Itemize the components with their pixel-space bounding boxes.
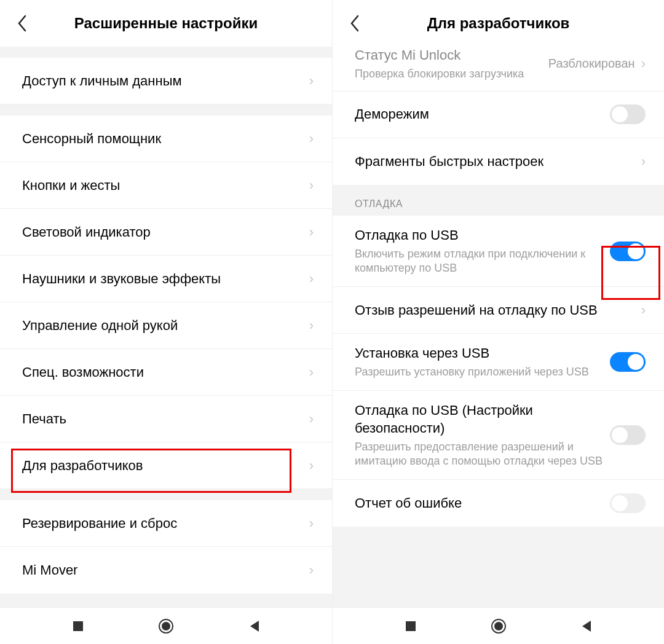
header-right: Для разработчиков [333,0,664,47]
list-item-label: Кнопки и жесты [22,178,120,194]
list-item-title: Отладка по USB (Настройки безопасности) [355,402,603,437]
chevron-right-icon: › [309,224,314,240]
list-item-install-via-usb[interactable]: Установка через USB Разрешить установку … [333,334,664,391]
list-item-title: Установка через USB [355,345,603,363]
chevron-right-icon: › [309,516,314,532]
nav-home-icon[interactable] [489,616,508,636]
list-item-bug-report[interactable]: Отчет об ошибке [333,480,664,527]
nav-recents-icon[interactable] [401,616,421,636]
list-item-demo-mode[interactable]: Деморежим [333,92,664,138]
list-item-revoke-usb-auth[interactable]: Отзыв разрешений на отладку по USB › [333,287,664,334]
chevron-right-icon: › [309,562,314,578]
list-item-title: Фрагменты быстрых настроек [355,153,634,171]
list-item-label: Сенсорный помощник [22,131,161,147]
chevron-right-icon: › [309,73,314,89]
page-title: Расширенные настройки [0,15,332,32]
chevron-right-icon: › [309,318,314,334]
back-button[interactable] [341,10,368,37]
list-item-subtitle: Включить режим отладки при подключении к… [355,247,603,276]
list-item-developer-options[interactable]: Для разработчиков › [0,442,332,489]
nav-home-icon[interactable] [156,616,176,636]
list-item-subtitle: Разрешить предоставление разрешений и им… [355,440,603,469]
section-header-debug: ОТЛАДКА [333,185,664,216]
toggle-usb-debugging[interactable] [610,242,646,261]
svg-rect-0 [73,621,83,631]
list-item-label: Mi Mover [22,562,77,578]
toggle-bug-report[interactable] [610,493,646,513]
list-item-accessibility[interactable]: Спец. возможности › [0,349,332,396]
header-left: Расширенные настройки [0,0,332,47]
list-item-title: Отладка по USB [355,227,603,245]
list-item-usb-debugging-security[interactable]: Отладка по USB (Настройки безопасности) … [333,391,664,480]
list-item-usb-debugging[interactable]: Отладка по USB Включить режим отладки пр… [333,216,664,287]
list-item-label: Наушники и звуковые эффекты [22,271,221,287]
divider [0,104,332,116]
phone-left: Расширенные настройки Доступ к личным да… [0,0,332,644]
back-button[interactable] [9,10,36,37]
list-item-backup-reset[interactable]: Резервирование и сброс › [0,500,332,547]
page-title: Для разработчиков [333,15,664,32]
list-item-title: Статус Mi Unlock [355,47,541,65]
nav-back-icon[interactable] [244,616,264,636]
toggle-usb-debugging-security[interactable] [610,425,646,445]
divider [0,489,332,500]
svg-rect-3 [406,621,416,631]
list-item-value: Разблокирован [548,57,635,71]
list-item-led[interactable]: Световой индикатор › [0,209,332,256]
list-item-label: Спец. возможности [22,364,144,380]
chevron-right-icon: › [309,411,314,427]
list-item-label: Световой индикатор [22,224,151,240]
phone-right: Для разработчиков Статус Mi Unlock Прове… [332,0,664,644]
list-item-buttons-gestures[interactable]: Кнопки и жесты › [0,162,332,209]
chevron-right-icon: › [641,56,646,72]
list-item-qs-fragments[interactable]: Фрагменты быстрых настроек › [333,138,664,185]
list-item-one-hand[interactable]: Управление одной рукой › [0,302,332,349]
list-item-label: Резервирование и сброс [22,516,177,532]
navbar-left [0,607,332,644]
navbar-right [333,607,664,644]
nav-recents-icon[interactable] [68,616,88,636]
svg-point-2 [162,622,170,630]
list-item-mi-mover[interactable]: Mi Mover › [0,547,332,594]
list-item-label: Для разработчиков [22,458,143,474]
list-item-print[interactable]: Печать › [0,396,332,442]
chevron-right-icon: › [309,131,314,147]
list-item-subtitle: Разрешить установку приложений через USB [355,365,603,379]
nav-back-icon[interactable] [576,616,596,636]
list-item-title: Отчет об ошибке [355,495,603,512]
svg-point-5 [494,622,503,630]
list-item-mi-unlock[interactable]: Статус Mi Unlock Проверка блокировки заг… [333,47,664,92]
chevron-right-icon: › [309,271,314,287]
list-item-label: Печать [22,411,66,427]
list-item-title: Деморежим [355,106,603,124]
toggle-demo-mode[interactable] [610,104,646,124]
divider [0,47,332,58]
list-item-subtitle: Проверка блокировки загрузчика [355,67,541,81]
toggle-install-via-usb[interactable] [610,352,646,372]
chevron-right-icon: › [641,154,646,170]
content-right: Статус Mi Unlock Проверка блокировки заг… [333,47,664,607]
content-left: Доступ к личным данным › Сенсорный помощ… [0,47,332,607]
list-item-title: Отзыв разрешений на отладку по USB [355,302,634,320]
chevron-right-icon: › [309,458,314,474]
chevron-right-icon: › [309,364,314,380]
list-item-touch-assistant[interactable]: Сенсорный помощник › [0,116,332,162]
list-item-label: Доступ к личным данным [22,73,182,89]
list-item-label: Управление одной рукой [22,318,178,334]
list-item-headphones[interactable]: Наушники и звуковые эффекты › [0,256,332,302]
list-item-personal-data[interactable]: Доступ к личным данным › [0,58,332,104]
chevron-right-icon: › [309,178,314,194]
chevron-right-icon: › [641,302,646,318]
